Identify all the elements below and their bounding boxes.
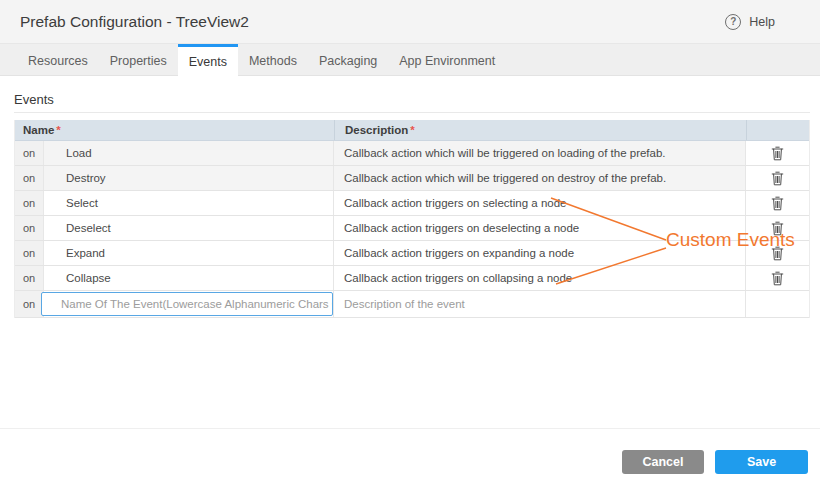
section-title: Events — [14, 92, 54, 107]
event-description: Callback action which will be triggered … — [333, 141, 745, 165]
event-name: Load — [44, 141, 333, 165]
required-marker: * — [410, 124, 414, 136]
delete-event-button[interactable] — [745, 141, 808, 165]
event-description[interactable]: Callback action triggers on deselecting … — [333, 216, 745, 240]
new-event-description-cell — [333, 291, 745, 317]
event-description[interactable]: Callback action triggers on collapsing a… — [333, 266, 745, 290]
page-title: Prefab Configuration - TreeView2 — [20, 13, 249, 31]
trash-icon — [771, 221, 784, 236]
help-label: Help — [749, 15, 775, 29]
delete-event-button[interactable] — [745, 216, 808, 240]
new-event-actions-cell — [745, 291, 808, 317]
dialog-header: Prefab Configuration - TreeView2 ? Help — [0, 0, 820, 44]
cancel-button[interactable]: Cancel — [622, 450, 704, 474]
delete-event-button[interactable] — [745, 241, 808, 265]
save-button[interactable]: Save — [715, 450, 808, 474]
trash-icon — [771, 171, 784, 186]
column-header-name: Name* — [15, 124, 334, 136]
table-row-select: on Select Callback action triggers on se… — [15, 191, 809, 216]
event-prefix: on — [15, 216, 44, 240]
tab-events[interactable]: Events — [178, 44, 238, 76]
event-description[interactable]: Callback action triggers on selecting a … — [333, 191, 745, 215]
trash-icon — [771, 146, 784, 161]
help-button[interactable]: ? Help — [725, 14, 775, 30]
section-divider — [14, 112, 810, 113]
trash-icon — [771, 246, 784, 261]
delete-event-button[interactable] — [745, 266, 808, 290]
table-row-deselect: on Deselect Callback action triggers on … — [15, 216, 809, 241]
table-row-destroy: on Destroy Callback action which will be… — [15, 166, 809, 191]
event-prefix: on — [15, 141, 44, 165]
delete-event-button[interactable] — [745, 191, 808, 215]
help-icon: ? — [725, 14, 741, 30]
table-row-expand: on Expand Callback action triggers on ex… — [15, 241, 809, 266]
event-description[interactable]: Callback action triggers on expanding a … — [333, 241, 745, 265]
event-name: Destroy — [44, 166, 333, 190]
trash-icon — [771, 271, 784, 286]
table-header-row: Name* Description* — [15, 120, 809, 141]
tab-app-environment[interactable]: App Environment — [388, 44, 506, 75]
tab-methods[interactable]: Methods — [238, 44, 308, 75]
event-name[interactable]: Collapse — [44, 266, 333, 290]
tab-bar: Resources Properties Events Methods Pack… — [0, 44, 820, 76]
event-prefix: on — [15, 191, 44, 215]
footer-divider — [0, 428, 820, 429]
event-prefix: on — [15, 166, 44, 190]
delete-event-button[interactable] — [745, 166, 808, 190]
event-name[interactable]: Deselect — [44, 216, 333, 240]
table-row-load: on Load Callback action which will be tr… — [15, 141, 809, 166]
tab-packaging[interactable]: Packaging — [308, 44, 388, 75]
trash-icon — [771, 196, 784, 211]
event-prefix: on — [15, 291, 44, 317]
tab-resources[interactable]: Resources — [17, 44, 99, 75]
column-header-description: Description* — [334, 120, 746, 140]
event-prefix: on — [15, 241, 44, 265]
event-prefix: on — [15, 266, 44, 290]
required-marker: * — [56, 124, 60, 136]
events-table: Name* Description* on Load Callback acti… — [14, 120, 810, 318]
event-name[interactable]: Expand — [44, 241, 333, 265]
column-header-name-label: Name — [23, 124, 54, 136]
column-header-description-label: Description — [345, 124, 408, 136]
column-header-actions — [746, 120, 809, 140]
event-description: Callback action which will be triggered … — [333, 166, 745, 190]
new-event-name-input[interactable] — [41, 292, 333, 316]
new-event-description-input[interactable] — [344, 291, 745, 317]
new-event-name-cell — [44, 291, 333, 317]
new-event-row: on — [15, 291, 809, 318]
event-name[interactable]: Select — [44, 191, 333, 215]
table-row-collapse: on Collapse Callback action triggers on … — [15, 266, 809, 291]
prefab-configuration-dialog: Prefab Configuration - TreeView2 ? Help … — [0, 0, 820, 488]
tab-properties[interactable]: Properties — [99, 44, 178, 75]
